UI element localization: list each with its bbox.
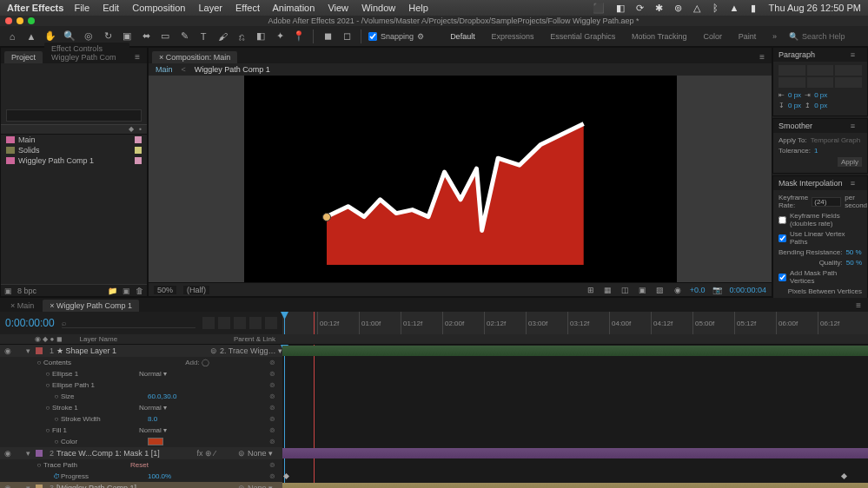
stopwatch-icon[interactable]: ⏱ — [52, 472, 61, 480]
menu-layer[interactable]: Layer — [198, 3, 222, 13]
menu-view[interactable]: View — [328, 3, 348, 13]
stopwatch-icon[interactable]: ○ — [52, 392, 61, 400]
pan-behind-tool-icon[interactable]: ⬌ — [139, 30, 153, 43]
menu-window[interactable]: Window — [361, 3, 395, 13]
apply-button[interactable]: Apply — [838, 157, 862, 167]
time-ruler[interactable]: 00:12f01:00f01:12f02:00f02:12f03:00f03:1… — [282, 312, 868, 334]
guides-icon[interactable]: ▦ — [603, 285, 613, 295]
timeline-tracks[interactable] — [282, 345, 868, 488]
type-tool-icon[interactable]: T — [196, 30, 210, 43]
property-row[interactable]: ○Ellipse Path 1⊚ — [0, 379, 282, 391]
zoom-window-button[interactable] — [28, 17, 35, 24]
property-name[interactable]: Progress — [61, 472, 148, 480]
project-columns-header[interactable]: ◆ ▪ — [1, 124, 147, 135]
rotate-tool-icon[interactable]: ↻ — [101, 30, 115, 43]
roto-tool-icon[interactable]: ✦ — [273, 30, 287, 43]
3d-view-icon[interactable]: ◉ — [673, 285, 683, 295]
color-swatch[interactable] — [148, 438, 163, 445]
doubles-rate-checkbox[interactable] — [779, 216, 786, 224]
battery-icon[interactable]: ▮ — [751, 3, 756, 13]
expression-pickwhip-icon[interactable]: ⊚ — [269, 426, 275, 434]
transparency-grid-icon[interactable]: ▨ — [655, 285, 666, 295]
exposure-value[interactable]: +0.0 — [690, 286, 706, 294]
stopwatch-icon[interactable]: ○ — [52, 415, 61, 423]
property-name[interactable]: Size — [61, 392, 148, 400]
expression-pickwhip-icon[interactable]: ⊚ — [269, 404, 275, 412]
property-value[interactable]: 100.0% — [148, 472, 171, 480]
status-icon[interactable]: ✱ — [655, 3, 663, 13]
property-row[interactable]: ⏱Progress100.0%⊚ — [0, 471, 282, 482]
region-icon[interactable]: ▣ — [638, 285, 648, 295]
space-before-value[interactable]: 0 px — [788, 102, 801, 109]
snapping-toggle[interactable]: Snapping ⚙ — [368, 32, 424, 41]
layer-label-color[interactable] — [36, 485, 43, 488]
minimize-window-button[interactable] — [17, 17, 23, 24]
layer-name[interactable]: [Wiggley Path Comp 1] — [56, 484, 215, 488]
snapping-options-icon[interactable]: ⚙ — [417, 32, 424, 41]
playhead[interactable] — [284, 312, 285, 334]
expression-pickwhip-icon[interactable]: ⊚ — [269, 472, 275, 480]
expression-pickwhip-icon[interactable]: ⊚ — [269, 381, 275, 389]
fx-badge-icon[interactable]: fx ⊕ ∕ — [196, 449, 215, 458]
draft-3d-icon[interactable] — [202, 317, 215, 329]
delete-icon[interactable]: 🗑 — [136, 287, 143, 295]
column-label-icon[interactable]: ▪ — [139, 125, 142, 134]
property-row[interactable]: ○Ellipse 1Normal ▾⊚ — [0, 368, 282, 379]
project-search-input[interactable] — [6, 109, 142, 122]
wifi-icon[interactable]: ▲ — [730, 3, 739, 13]
status-icon[interactable]: ⬛ — [593, 3, 605, 13]
effect-controls-tab[interactable]: Effect Controls Wiggley Path Com — [44, 43, 129, 63]
property-name[interactable]: Ellipse Path 1 — [52, 381, 139, 389]
property-name[interactable]: Ellipse 1 — [52, 370, 139, 378]
timeline-tab[interactable]: × Main — [3, 300, 41, 312]
tolerance-value[interactable]: 1 — [814, 147, 818, 155]
status-icon[interactable]: △ — [693, 3, 700, 13]
new-comp-icon[interactable]: ▣ — [123, 287, 130, 295]
property-name[interactable]: Color — [61, 438, 148, 445]
shape-tool-icon[interactable]: ▭ — [158, 30, 172, 43]
mask-visibility-icon[interactable]: ◫ — [620, 285, 631, 295]
add-menu[interactable]: Add: ◯ — [185, 359, 209, 366]
parent-dropdown[interactable]: None ▾ — [248, 449, 282, 458]
puppet-tool-icon[interactable]: 📍 — [292, 30, 306, 43]
property-row[interactable]: ○Fill 1Normal ▾⊚ — [0, 425, 282, 436]
clone-tool-icon[interactable]: ⎌ — [235, 30, 248, 43]
twirl-icon[interactable]: ▾ — [26, 346, 33, 355]
expression-pickwhip-icon[interactable]: ⊚ — [269, 415, 275, 423]
selection-tool-icon[interactable]: ▲ — [24, 30, 38, 43]
composition-viewer[interactable] — [149, 76, 772, 282]
layer-name[interactable]: Trace W...Comp 1: Mask 1 [1] — [56, 449, 194, 458]
expression-pickwhip-icon[interactable]: ⊚ — [269, 438, 275, 445]
panel-menu-icon[interactable]: ≡ — [852, 299, 865, 312]
blend-mode-dropdown[interactable]: Normal ▾ — [139, 404, 167, 412]
visibility-toggle-icon[interactable]: ◉ — [3, 484, 12, 488]
hand-tool-icon[interactable]: ✋ — [43, 30, 57, 43]
orbit-tool-icon[interactable]: ◎ — [82, 30, 96, 43]
property-name[interactable]: Stroke 1 — [52, 404, 139, 412]
apply-to-value[interactable]: Temporal Graph — [811, 136, 860, 144]
workspace-color[interactable]: Color — [703, 32, 722, 41]
property-name[interactable]: Contents — [43, 359, 130, 366]
layer-label-color[interactable] — [36, 450, 43, 457]
interpret-footage-icon[interactable]: ▣ — [4, 287, 12, 295]
parent-dropdown[interactable]: 2. Trace Wigg… ▾ — [220, 346, 282, 355]
property-row[interactable]: ○Trace PathReset⊚ — [0, 459, 282, 471]
expression-pickwhip-icon[interactable]: ⊚ — [269, 359, 275, 366]
motion-blur-icon[interactable] — [249, 317, 262, 329]
project-tab[interactable]: Project — [4, 51, 43, 63]
snapshot-icon[interactable]: 📷 — [712, 285, 722, 295]
menu-animation[interactable]: Animation — [272, 3, 315, 13]
clock[interactable]: Thu Aug 26 12:50 PM — [769, 3, 861, 13]
composition-tab[interactable]: × Composition: Main — [152, 51, 237, 63]
workspace-expressions[interactable]: Expressions — [491, 32, 533, 41]
frame-blend-icon[interactable] — [234, 317, 246, 329]
menu-help[interactable]: Help — [408, 3, 428, 13]
stopwatch-icon[interactable]: ○ — [35, 461, 43, 469]
label-color[interactable] — [135, 157, 142, 164]
property-row[interactable]: ○Size60.0,30.0⊚ — [0, 391, 282, 402]
justify-right-button[interactable] — [835, 77, 862, 88]
menu-file[interactable]: File — [74, 3, 89, 13]
reset-link[interactable]: Reset — [130, 461, 149, 469]
layer-label-color[interactable] — [36, 347, 43, 354]
home-icon[interactable]: ⌂ — [5, 30, 19, 43]
